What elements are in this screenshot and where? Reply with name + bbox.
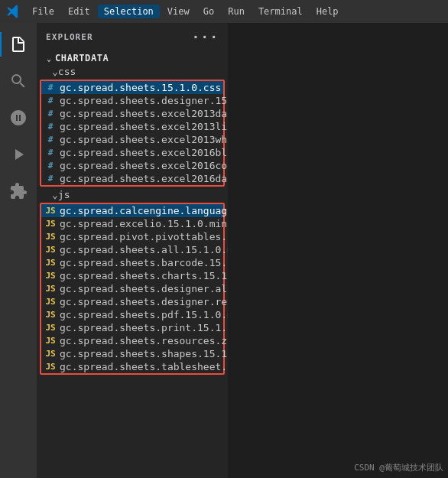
css-icon-4: # <box>44 135 57 145</box>
js-chevron-icon <box>52 189 58 200</box>
js-files-highlight: JS gc.spread.calcengine.languagepackages… <box>40 203 225 375</box>
css-icon-7: # <box>44 174 57 184</box>
js-file-10[interactable]: JS gc.spread.sheets.resources.zh.15.1.0.… <box>41 334 223 347</box>
js-filename-0: gc.spread.calcengine.languagepackages.15… <box>60 205 228 216</box>
css-filename-7: gc.spread.sheets.excel2016darkGray.15.1.… <box>60 173 228 184</box>
menu-run[interactable]: Run <box>222 5 251 18</box>
css-icon-2: # <box>44 109 57 119</box>
css-file-4[interactable]: # gc.spread.sheets.excel2013white.15.1.0… <box>41 133 223 146</box>
menu-help[interactable]: Help <box>310 5 345 18</box>
css-filename-0: gc.spread.sheets.15.1.0.css <box>60 82 221 93</box>
css-file-1[interactable]: # gc.spread.sheets.designer.15.1.0.min.c… <box>41 94 223 107</box>
js-folder[interactable]: js <box>37 188 228 201</box>
search-activity-icon[interactable] <box>0 63 37 99</box>
js-icon-5: JS <box>44 271 57 281</box>
js-file-3[interactable]: JS gc.spread.sheets.all.15.1.0.min.js <box>41 243 223 256</box>
editor-area: CSDN @葡萄城技术团队 <box>228 23 448 478</box>
js-filename-1: gc.spread.excelio.15.1.0.min.js <box>60 218 228 229</box>
source-control-icon[interactable] <box>0 99 37 136</box>
js-filename-8: gc.spread.sheets.pdf.15.1.0.min.js <box>60 309 228 320</box>
js-icon-2: JS <box>44 232 57 242</box>
watermark: CSDN @葡萄城技术团队 <box>354 462 443 473</box>
menu-go[interactable]: Go <box>197 5 220 18</box>
root-folder-label: CHARTDATA <box>55 53 109 63</box>
js-file-4[interactable]: JS gc.spread.sheets.barcode.15.1.0.min.j… <box>41 256 223 269</box>
titlebar: File Edit Selection View Go Run Terminal… <box>0 0 448 23</box>
activitybar <box>0 23 37 478</box>
extensions-icon[interactable] <box>0 173 37 210</box>
css-file-6[interactable]: # gc.spread.sheets.excel2016colorful.15.… <box>41 159 223 172</box>
js-filename-9: gc.spread.sheets.print.15.1.0.min.js <box>60 322 228 333</box>
sidebar-more-button[interactable]: ··· <box>191 29 219 45</box>
sidebar-content[interactable]: CHARTDATA css # gc.spread.sheets.15.1.0.… <box>37 51 228 478</box>
js-filename-10: gc.spread.sheets.resources.zh.15.1.0.min… <box>60 335 228 346</box>
menu-view[interactable]: View <box>161 5 196 18</box>
css-filename-1: gc.spread.sheets.designer.15.1.0.min.css <box>60 95 228 106</box>
js-file-11[interactable]: JS gc.spread.sheets.shapes.15.1.0.min.js <box>41 347 223 360</box>
css-filename-6: gc.spread.sheets.excel2016colorful.15.1.… <box>60 160 228 171</box>
js-icon-4: JS <box>44 258 57 268</box>
run-icon[interactable] <box>0 136 37 173</box>
css-chevron-icon <box>52 66 58 77</box>
js-file-0[interactable]: JS gc.spread.calcengine.languagepackages… <box>41 204 223 217</box>
css-file-2[interactable]: # gc.spread.sheets.excel2013darkGray.15.… <box>41 107 223 120</box>
menu-file[interactable]: File <box>26 5 60 18</box>
css-file-0[interactable]: # gc.spread.sheets.15.1.0.css <box>41 81 223 94</box>
css-icon-1: # <box>44 96 57 106</box>
js-icon-7: JS <box>44 297 57 307</box>
js-filename-6: gc.spread.sheets.designer.all.15.1.0.min… <box>60 283 228 294</box>
root-chevron-icon <box>43 52 55 64</box>
menu-selection[interactable]: Selection <box>98 5 160 18</box>
menu-terminal[interactable]: Terminal <box>252 5 309 18</box>
js-icon-8: JS <box>44 310 57 320</box>
css-file-3[interactable]: # gc.spread.sheets.excel2013lightGray.15… <box>41 120 223 133</box>
js-file-7[interactable]: JS gc.spread.sheets.designer.resource.cn… <box>41 295 223 308</box>
css-folder-label: css <box>58 66 76 77</box>
js-filename-2: gc.spread.pivot.pivottables.15.1.0.min.j… <box>60 231 228 242</box>
js-icon-12: JS <box>44 362 57 372</box>
js-filename-4: gc.spread.sheets.barcode.15.1.0.min.js <box>60 257 228 268</box>
js-file-12[interactable]: JS gc.spread.sheets.tablesheet.15.1.0.mi… <box>41 360 223 373</box>
js-file-2[interactable]: JS gc.spread.pivot.pivottables.15.1.0.mi… <box>41 230 223 243</box>
js-file-6[interactable]: JS gc.spread.sheets.designer.all.15.1.0.… <box>41 282 223 295</box>
js-icon-1: JS <box>44 219 57 229</box>
js-icon-11: JS <box>44 349 57 359</box>
js-filename-5: gc.spread.sheets.charts.15.1.0.min.js <box>60 270 228 281</box>
css-icon-3: # <box>44 122 57 132</box>
css-filename-2: gc.spread.sheets.excel2013darkGray.15.1.… <box>60 108 228 119</box>
js-icon-0: JS <box>44 206 57 216</box>
sidebar: EXPLORER ··· CHARTDATA css # gc.spread.s… <box>37 23 228 478</box>
titlebar-menu: File Edit Selection View Go Run Terminal… <box>26 5 345 18</box>
js-icon-3: JS <box>44 245 57 255</box>
css-folder[interactable]: css <box>37 65 228 78</box>
css-files-highlight: # gc.spread.sheets.15.1.0.css # gc.sprea… <box>40 80 225 187</box>
css-icon-0: # <box>44 83 57 93</box>
js-filename-12: gc.spread.sheets.tablesheet.15.1.0.min.j… <box>60 361 228 372</box>
main-layout: EXPLORER ··· CHARTDATA css # gc.spread.s… <box>0 23 448 478</box>
css-file-7[interactable]: # gc.spread.sheets.excel2016darkGray.15.… <box>41 172 223 185</box>
css-icon-5: # <box>44 148 57 158</box>
js-filename-7: gc.spread.sheets.designer.resource.cn.15… <box>60 296 228 307</box>
vscode-logo-icon <box>6 5 20 18</box>
js-filename-3: gc.spread.sheets.all.15.1.0.min.js <box>60 244 228 255</box>
js-file-5[interactable]: JS gc.spread.sheets.charts.15.1.0.min.js <box>41 269 223 282</box>
js-filename-11: gc.spread.sheets.shapes.15.1.0.min.js <box>60 348 228 359</box>
js-icon-6: JS <box>44 284 57 294</box>
explorer-icon[interactable] <box>0 26 37 63</box>
js-file-8[interactable]: JS gc.spread.sheets.pdf.15.1.0.min.js <box>41 308 223 321</box>
css-filename-3: gc.spread.sheets.excel2013lightGray.15.1… <box>60 121 228 132</box>
js-icon-10: JS <box>44 336 57 346</box>
js-icon-9: JS <box>44 323 57 333</box>
css-file-5[interactable]: # gc.spread.sheets.excel2016black.15.1.0… <box>41 146 223 159</box>
sidebar-title: EXPLORER <box>46 32 93 42</box>
css-filename-4: gc.spread.sheets.excel2013white.15.1.0.c… <box>60 134 228 145</box>
js-file-1[interactable]: JS gc.spread.excelio.15.1.0.min.js <box>41 217 223 230</box>
sidebar-header: EXPLORER ··· <box>37 23 228 51</box>
js-folder-label: js <box>58 189 70 200</box>
css-filename-5: gc.spread.sheets.excel2016black.15.1.0.c… <box>60 147 228 158</box>
menu-edit[interactable]: Edit <box>62 5 96 18</box>
js-file-9[interactable]: JS gc.spread.sheets.print.15.1.0.min.js <box>41 321 223 334</box>
css-icon-6: # <box>44 161 57 171</box>
root-folder[interactable]: CHARTDATA <box>37 51 228 65</box>
